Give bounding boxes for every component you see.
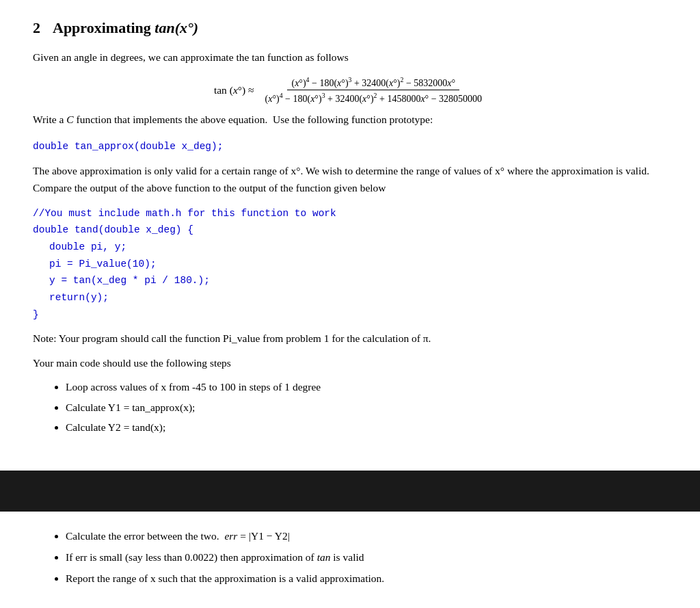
code-line-4: pi = Pi_value(10); [33,256,667,273]
page: 2 Approximating tan(x°) Given an angle i… [0,0,700,608]
section-title-func: tan(x°) [154,19,198,36]
section-number: 2 [33,19,40,37]
c-letter: C [66,114,73,125]
dark-bar-separator [0,471,700,512]
steps-intro: Your main code should use the following … [33,354,667,372]
intro-paragraph: Given an angle in degrees, we can approx… [33,49,667,66]
to-word: to [209,381,217,393]
code-line-5: y = tan(x_deg * pi / 180.); [33,272,667,289]
formula-lhs: tan (x°) ≈ [214,84,254,96]
code-line-2: double tand(double x_deg) { [33,222,667,239]
code-line-1: //You must include math.h for this funct… [33,205,667,222]
formula-denominator: (x°)4 − 180(x°)3 + 32400(x°)2 + 1458000x… [261,90,487,105]
bullet-small: If err is small (say less than 0.0022) t… [66,546,667,568]
note-paragraph: Note: Your program should call the funct… [33,330,667,347]
formula-block: tan (x°) ≈ (x°)4 − 180(x°)3 + 32400(x°)2… [33,76,667,105]
bullet-y2: Calculate Y2 = tand(x); [66,417,667,437]
section-header: 2 Approximating tan(x°) [33,19,667,37]
bullet-y1: Calculate Y1 = tan_approx(x); [66,397,667,417]
section-title-prefix: Approximating [53,19,151,36]
formula-numerator: (x°)4 − 180(x°)3 + 32400(x°)2 − 5832000x… [287,76,459,91]
bottom-bullet-list: Calculate the error between the two. err… [66,525,667,589]
code-line-6: return(y); [33,289,667,306]
tand-function-block: //You must include math.h for this funct… [33,205,667,323]
prototype-block: double tan_approx(double x_deg); [33,138,667,155]
valid-text: The above approximation is only valid fo… [33,162,667,197]
bullet-error: Calculate the error between the two. err… [66,525,667,546]
prototype-line: double tan_approx(double x_deg); [33,138,667,155]
bullet-loop: Loop across values of x from -45 to 100 … [66,377,667,397]
write-text: Write a C function that implements the a… [33,111,667,129]
code-line-3: double pi, y; [33,239,667,256]
formula-fraction: (x°)4 − 180(x°)3 + 32400(x°)2 − 5832000x… [261,76,487,105]
top-bullet-list: Loop across values of x from -45 to 100 … [66,377,667,437]
section-title: Approximating tan(x°) [53,19,198,37]
code-line-7: } [33,306,667,323]
content-top: 2 Approximating tan(x°) Given an angle i… [0,0,700,458]
content-bottom: Calculate the error between the two. err… [0,512,700,608]
bullet-report: Report the range of x such that the appr… [66,568,667,589]
